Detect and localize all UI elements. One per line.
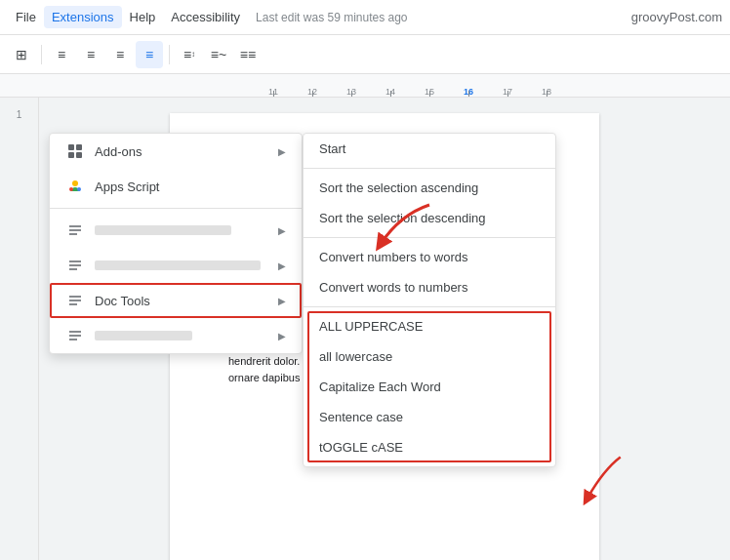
toolbar-align-right[interactable]: ≡: [106, 41, 134, 68]
ruler-mark-17: 17: [488, 87, 527, 97]
ruler-mark-11: 11: [254, 87, 293, 97]
toolbar-align-center[interactable]: ≡: [77, 41, 104, 68]
site-logo: groovyPost.com: [631, 10, 722, 24]
doctools-submenu[interactable]: Start Sort the selection ascending Sort …: [303, 133, 556, 467]
apps-script-icon: [65, 177, 85, 196]
item4-icon: [65, 256, 85, 275]
menu-accessibility[interactable]: Accessibility: [163, 6, 248, 28]
extensions-item-4[interactable]: ▶: [50, 248, 302, 283]
ruler-marks: 11 12 13 14 15 16 17 18: [254, 87, 566, 97]
submenu-capitalize[interactable]: Capitalize Each Word: [307, 372, 551, 402]
extensions-addons[interactable]: Add-ons ▶: [50, 134, 302, 169]
toolbar: ⊞ ≡ ≡ ≡ ≡ ≡↕ ≡~ ≡≡: [0, 35, 730, 74]
main-area: 1 porta non lectus. Maecenas a enim nec …: [0, 98, 730, 560]
submenu-all-uppercase[interactable]: ALL UPPERCASE: [307, 311, 551, 341]
doc-tools-label: Doc Tools: [95, 294, 150, 308]
item3-arrow: ▶: [278, 225, 286, 236]
submenu-case-section: ALL UPPERCASE all lowercase Capitalize E…: [307, 311, 551, 462]
page-number-1: 1: [0, 105, 38, 124]
svg-rect-1: [76, 144, 82, 150]
menu-file[interactable]: File: [8, 6, 44, 28]
ruler-mark-18: 18: [527, 87, 566, 97]
addons-arrow: ▶: [278, 146, 286, 157]
ruler-mark-14: 14: [371, 87, 410, 97]
toolbar-indent[interactable]: ≡≡: [234, 41, 262, 68]
submenu-convert-to-words[interactable]: Convert numbers to words: [304, 242, 555, 272]
item4-arrow: ▶: [278, 260, 286, 271]
submenu-sort-asc[interactable]: Sort the selection ascending: [304, 173, 555, 203]
menu-extensions[interactable]: Extensions: [44, 6, 122, 28]
dropdown-divider-1: [50, 208, 302, 209]
submenu-divider-2: [304, 237, 555, 238]
toolbar-sep-1: [41, 45, 42, 64]
submenu-all-lowercase[interactable]: all lowercase: [307, 341, 551, 372]
ruler-mark-12: 12: [293, 87, 332, 97]
addons-label: Add-ons: [95, 144, 142, 159]
last-edit-text: Last edit was 59 minutes ago: [256, 11, 407, 24]
toolbar-align-justify[interactable]: ≡: [136, 41, 163, 68]
svg-point-4: [72, 180, 78, 186]
item3-icon: [65, 220, 85, 240]
extensions-item-3[interactable]: ▶: [50, 213, 302, 248]
item3-blurred-label: [95, 225, 231, 235]
apps-script-label: Apps Script: [95, 180, 159, 194]
toolbar-image-btn[interactable]: ⊞: [8, 41, 35, 68]
ruler-mark-15: 15: [410, 87, 449, 97]
submenu-divider-1: [304, 168, 555, 169]
submenu-toggle[interactable]: tOGGLE cASE: [307, 432, 551, 462]
svg-point-6: [77, 187, 81, 191]
submenu-convert-to-numbers[interactable]: Convert words to numbers: [304, 272, 555, 302]
ruler: 11 12 13 14 15 16 17 18: [0, 74, 730, 98]
extensions-apps-script[interactable]: Apps Script: [50, 169, 302, 204]
submenu-sentence[interactable]: Sentence case: [307, 402, 551, 432]
svg-rect-2: [68, 152, 74, 158]
submenu-sort-desc[interactable]: Sort the selection descending: [304, 203, 555, 233]
menu-help[interactable]: Help: [122, 6, 164, 28]
page-sidebar: 1: [0, 98, 39, 560]
menu-bar: File Extensions Help Accessibility Last …: [0, 0, 730, 35]
item4-blurred-label: [95, 260, 261, 270]
extensions-item-6[interactable]: ▶: [50, 318, 302, 353]
toolbar-line-spacing[interactable]: ≡↕: [176, 41, 203, 68]
svg-rect-3: [76, 152, 82, 158]
extensions-doc-tools[interactable]: Doc Tools ▶: [50, 283, 302, 318]
submenu-start[interactable]: Start: [304, 134, 555, 164]
addons-icon: [65, 141, 85, 161]
svg-point-5: [69, 187, 73, 191]
submenu-divider-3: [304, 306, 555, 307]
item6-arrow: ▶: [278, 331, 286, 341]
ruler-mark-13: 13: [332, 87, 371, 97]
ruler-mark-16: 16: [449, 87, 488, 97]
doc-tools-icon: [65, 291, 85, 310]
extensions-dropdown[interactable]: Add-ons ▶ Apps Script ▶: [49, 133, 303, 354]
doc-tools-arrow: ▶: [278, 296, 286, 306]
toolbar-list-style[interactable]: ≡~: [205, 41, 232, 68]
toolbar-sep-2: [169, 45, 170, 64]
item6-blurred-label: [95, 331, 192, 340]
item6-icon: [65, 326, 85, 345]
svg-rect-0: [68, 144, 74, 150]
toolbar-align-left[interactable]: ≡: [48, 41, 75, 68]
